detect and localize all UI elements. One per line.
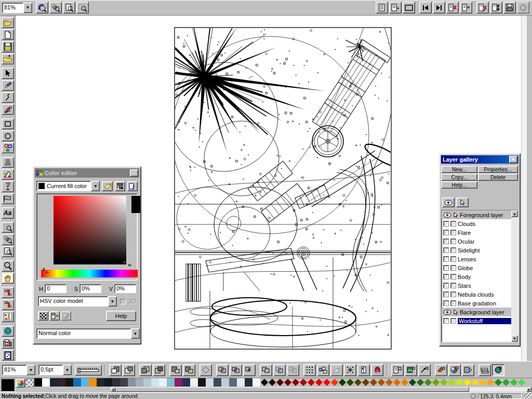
frame-reorder-button[interactable]	[490, 2, 502, 14]
palette-diamond-swatch[interactable]	[510, 378, 517, 387]
palette-diamond-swatch[interactable]	[346, 378, 354, 387]
rectangle-tool[interactable]	[2, 118, 14, 129]
bring-front-button[interactable]	[109, 364, 122, 376]
name-color-button[interactable]	[102, 181, 112, 191]
chevron-down-icon[interactable]: ▼	[23, 3, 32, 13]
frame-gallery-button[interactable]	[376, 2, 388, 14]
color-gallery-button[interactable]	[448, 364, 461, 376]
palette-diamond-swatch[interactable]	[291, 378, 299, 387]
palette-square-swatch[interactable]	[112, 378, 120, 387]
fill-tool[interactable]	[2, 169, 14, 180]
palette-square-swatch[interactable]	[159, 378, 167, 387]
scroll-right-icon[interactable]: ►	[526, 387, 531, 392]
layer-editable-checkbox[interactable]: ✓	[450, 300, 456, 306]
help-button[interactable]: Help	[106, 311, 136, 321]
chevron-down-icon[interactable]: ▼	[26, 365, 35, 375]
save-animation-button[interactable]	[503, 2, 516, 14]
palette-diamond-swatch[interactable]	[478, 378, 486, 387]
layer-gallery-titlebar[interactable]: Layer gallery ✕	[441, 155, 518, 164]
palette-diamond-swatch[interactable]	[447, 378, 455, 387]
palette-diamond-swatch[interactable]	[362, 378, 369, 387]
layer-row[interactable]: ✓✓Base gradation	[442, 299, 511, 308]
hue-strip[interactable]	[41, 270, 138, 277]
frame-bounds-button[interactable]	[403, 2, 415, 14]
zoom-to-selection-button[interactable]	[76, 2, 89, 14]
palette-diamond-swatch[interactable]	[323, 378, 330, 387]
layer-editable-checkbox[interactable]: ✓	[450, 265, 456, 271]
layer-visible-checkbox[interactable]: ✓	[443, 256, 449, 262]
fill-gallery-button[interactable]	[435, 364, 447, 376]
zoom-to-page-button[interactable]	[63, 2, 75, 14]
layer-row[interactable]: ✓✓Globe	[442, 263, 511, 272]
grid-toggle-button[interactable]	[303, 364, 316, 376]
palette-square-swatch[interactable]	[214, 378, 221, 387]
layer-delete-button[interactable]: Delete	[478, 174, 518, 181]
new-document-button[interactable]	[2, 29, 14, 40]
palette-diamond-swatch[interactable]	[354, 378, 362, 387]
join-shapes-button[interactable]	[273, 364, 286, 376]
palette-diamond-swatch[interactable]	[432, 378, 440, 387]
palette-diamond-swatch[interactable]	[455, 378, 463, 387]
import-button[interactable]	[2, 54, 14, 64]
layer-visible-checkbox[interactable]: ✓	[443, 238, 449, 244]
clipart-gallery-button[interactable]	[405, 364, 417, 376]
saturation-input[interactable]: 0%	[79, 284, 101, 293]
layer-row[interactable]: ✓✓Ocular	[442, 237, 511, 246]
intersect-shapes-button[interactable]	[243, 364, 256, 376]
palette-diamond-swatch[interactable]	[440, 378, 447, 387]
frame-next-button[interactable]	[433, 2, 445, 14]
close-icon[interactable]: ✕	[509, 156, 517, 163]
web-browser-button[interactable]	[2, 326, 14, 337]
color-editor-titlebar[interactable]: Color editor ✕	[35, 168, 139, 178]
slice-shapes-button[interactable]	[260, 364, 272, 376]
saturation-value-square[interactable]	[54, 196, 126, 264]
palette-square-swatch[interactable]	[175, 378, 182, 387]
blend-tool[interactable]	[2, 157, 14, 168]
palette-square-swatch[interactable]	[229, 378, 237, 387]
zoom-drawing-button2[interactable]	[2, 234, 14, 245]
layer-visible-checkbox[interactable]: ✓	[443, 300, 449, 306]
gallery-0-button[interactable]: 0	[2, 311, 14, 322]
palette-diamond-swatch[interactable]	[424, 378, 432, 387]
palette-diamond-swatch[interactable]	[401, 378, 408, 387]
layer-row[interactable]: ✓✓Stars	[442, 281, 511, 290]
palette-diamond-swatch[interactable]	[385, 378, 393, 387]
open-button[interactable]	[2, 17, 14, 28]
palette-diamond-swatch[interactable]	[268, 378, 276, 387]
palette-diamond-swatch[interactable]	[338, 378, 346, 387]
toggle-editable-button[interactable]	[456, 197, 469, 207]
layer-row-header[interactable]: Background layer	[442, 308, 511, 316]
layer-editable-checkbox[interactable]: ✓	[450, 221, 456, 227]
layer-visible-checkbox[interactable]: ✓	[443, 265, 449, 271]
zoom-tool[interactable]	[2, 260, 14, 271]
layer-editable-checkbox[interactable]: ✓	[450, 247, 456, 253]
bitmap-gallery-button[interactable]	[462, 364, 474, 376]
selector-tool[interactable]	[2, 68, 14, 78]
line-width-slider[interactable]	[75, 365, 102, 376]
palette-diamond-swatch[interactable]	[315, 378, 323, 387]
layer-help-button[interactable]: Help...	[441, 181, 477, 189]
palette-square-swatch[interactable]	[81, 378, 89, 387]
palette-square-swatch[interactable]	[89, 378, 97, 387]
layer-row[interactable]: ✓✓Body	[442, 272, 511, 281]
layer-row[interactable]: ✓✓Lenses	[442, 255, 511, 263]
frame-new-button[interactable]	[389, 2, 402, 14]
layer-row-selected[interactable]: ✓✓Workstuff	[442, 316, 511, 325]
palette-square-swatch[interactable]	[206, 378, 214, 387]
new-named-color-button[interactable]	[49, 311, 60, 321]
save-button[interactable]	[2, 41, 14, 52]
ellipse-tool[interactable]	[2, 130, 14, 141]
frame-insert-button[interactable]	[460, 2, 472, 14]
color-type-combo[interactable]: Normal color ▼	[36, 328, 140, 339]
chevron-down-icon[interactable]: ▼	[91, 181, 100, 191]
break-shapes-button[interactable]	[287, 364, 299, 376]
move-down-button[interactable]	[153, 364, 165, 376]
scroll-left-icon[interactable]: ◄	[111, 387, 116, 392]
pointer-gallery-button[interactable]	[418, 364, 431, 376]
value-input[interactable]: 0%	[114, 284, 136, 293]
previous-zoom-button[interactable]	[36, 2, 48, 14]
color-editor-launch-button[interactable]	[16, 379, 25, 388]
palette-square-swatch[interactable]	[167, 378, 175, 387]
layer-row[interactable]: ✓✓Flare	[442, 228, 511, 237]
palette-diamond-swatch[interactable]	[393, 378, 401, 387]
